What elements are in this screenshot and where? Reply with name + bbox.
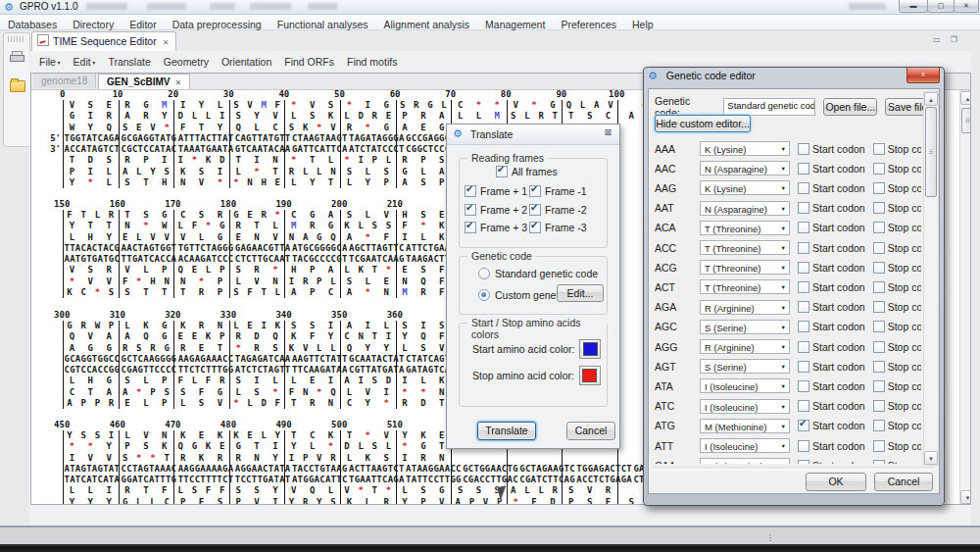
editor-scrollbar[interactable]: ▲ ▼ [959, 90, 971, 505]
translate-dialog-titlebar[interactable]: ⚙ Translate ⊠ [447, 125, 619, 145]
open-file-button[interactable]: Open file... [823, 98, 877, 116]
start-codon-checkbox[interactable]: Start codon [798, 262, 865, 274]
scroll-down-icon[interactable]: ▼ [924, 451, 938, 465]
editor-menu-find-motifs[interactable]: Find motifs [343, 55, 406, 70]
ok-button[interactable]: OK [806, 473, 866, 491]
amino-acid-dropdown[interactable]: T (Threonine) [700, 279, 790, 294]
start-codon-checkbox[interactable]: Start codon [798, 163, 865, 175]
folder-icon[interactable] [10, 80, 25, 92]
stop-color-swatch[interactable] [579, 366, 601, 385]
amino-acid-dropdown[interactable]: N (Asparagine) [700, 201, 790, 216]
amino-acid-dropdown[interactable]: I (Isoleucine) [700, 378, 790, 393]
stop-codon-checkbox[interactable]: Stop codon [873, 262, 921, 274]
editor-menu-geometry[interactable]: Geometry [160, 55, 218, 70]
stop-codon-checkbox[interactable]: Stop codon [873, 143, 921, 155]
dialog-close-button[interactable]: x [906, 68, 940, 83]
stop-codon-checkbox[interactable]: Stop codon [873, 321, 921, 332]
stop-codon-checkbox[interactable]: Stop codon [873, 361, 921, 373]
dialog-close-icon[interactable]: ⊠ [604, 127, 612, 137]
menubar-item-help[interactable]: Help [624, 18, 662, 32]
menubar-item-data-preprocessing[interactable]: Data preprocessing [165, 18, 270, 32]
genetic-code-input[interactable]: Standard genetic code [723, 98, 815, 116]
amino-acid-dropdown[interactable]: M (Methionine) [700, 419, 790, 433]
menubar-item-management[interactable]: Management [477, 18, 553, 32]
maximize-button[interactable]: ▢ [927, 0, 955, 13]
start-codon-checkbox[interactable]: Start codon [798, 460, 865, 464]
frame-checkbox-frame-2[interactable]: Frame -2 [529, 201, 594, 218]
scroll-up-icon[interactable]: ▲ [924, 92, 938, 106]
stop-codon-checkbox[interactable]: Stop codon [873, 440, 921, 452]
scroll-up-icon[interactable]: ▲ [960, 91, 971, 105]
start-codon-checkbox[interactable]: Start codon [798, 440, 865, 452]
start-codon-checkbox[interactable]: Start codon [798, 341, 865, 353]
start-codon-checkbox[interactable]: Start codon [798, 380, 865, 392]
stop-codon-checkbox[interactable]: Stop codon [873, 182, 921, 194]
frame-checkbox-frame-3[interactable]: Frame + 3 [465, 220, 529, 236]
stop-codon-checkbox[interactable]: Stop codon [873, 380, 921, 392]
amino-acid-dropdown[interactable]: T (Threonine) [700, 240, 790, 255]
toolbar-drag-handle[interactable] [8, 36, 24, 42]
tab-time-sequence-editor[interactable]: TIME Sequence Editor✕ [31, 31, 176, 51]
start-codon-checkbox[interactable]: Start codon [798, 420, 865, 431]
start-codon-checkbox[interactable]: Start codon [798, 361, 865, 373]
stop-codon-checkbox[interactable]: Stop codon [873, 420, 921, 431]
amino-acid-dropdown[interactable]: S (Serine) [700, 320, 790, 334]
close-button[interactable]: ✕ [954, 0, 979, 13]
amino-acid-dropdown[interactable]: R (Arginine) [700, 339, 790, 354]
amino-acid-dropdown[interactable]: S (Serine) [700, 359, 790, 374]
stop-codon-checkbox[interactable]: Stop codon [873, 301, 921, 313]
edit-genetic-code-button[interactable]: Edit... [557, 284, 604, 302]
start-codon-checkbox[interactable]: Start codon [798, 301, 865, 313]
printer-icon[interactable] [10, 51, 23, 61]
start-codon-checkbox[interactable]: Start codon [798, 182, 865, 194]
stop-codon-checkbox[interactable]: Stop codon [873, 242, 921, 254]
tab-genome18[interactable]: genome18 [33, 74, 96, 88]
menubar-item-alignment-analysis[interactable]: Alignment analysis [376, 18, 478, 32]
menubar-item-directory[interactable]: Directory [65, 18, 122, 32]
start-codon-checkbox[interactable]: Start codon [798, 400, 865, 412]
amino-acid-dropdown[interactable]: T (Threonine) [700, 221, 790, 235]
stop-codon-checkbox[interactable]: Stop codon [873, 202, 921, 214]
tab-close-icon[interactable]: ✕ [163, 38, 170, 47]
tab-close-icon[interactable]: ✕ [174, 78, 181, 87]
stop-codon-checkbox[interactable]: Stop codon [873, 341, 921, 353]
amino-acid-dropdown[interactable]: K (Lysine) [700, 180, 790, 195]
tab-gen-scbimv[interactable]: GEN_ScBIMV✕ [98, 74, 190, 89]
frame-checkbox-frame-2[interactable]: Frame + 2 [465, 201, 529, 218]
scroll-down-icon[interactable]: ▼ [960, 490, 971, 504]
amino-acid-dropdown[interactable]: R (Arginine) [700, 300, 790, 315]
start-codon-checkbox[interactable]: Start codon [798, 202, 865, 214]
start-codon-checkbox[interactable]: Start codon [798, 222, 865, 233]
editor-menu-edit[interactable]: Edit ▾ [70, 55, 105, 72]
translate-button[interactable]: Translate [477, 422, 536, 440]
start-color-swatch[interactable] [579, 339, 601, 359]
scrollbar-thumb[interactable] [961, 108, 971, 133]
stop-codon-checkbox[interactable]: Stop codon [873, 400, 921, 412]
editor-menu-orientation[interactable]: Orientation [218, 55, 280, 70]
translate-cancel-button[interactable]: Cancel [566, 422, 615, 440]
editor-menu-translate[interactable]: Translate [104, 55, 159, 70]
amino-acid-dropdown[interactable]: K (Lysine) [700, 141, 790, 156]
editor-menu-find-orfs[interactable]: Find ORFs [280, 55, 343, 70]
frame-checkbox-frame-1[interactable]: Frame + 1 [465, 183, 529, 200]
scrollbar-thumb[interactable] [925, 107, 937, 197]
amino-acid-dropdown[interactable]: Q (Glutamine) [700, 458, 790, 464]
menubar-item-functional-analyses[interactable]: Functional analyses [270, 18, 376, 32]
frame-checkbox-frame-1[interactable]: Frame -1 [529, 183, 594, 200]
amino-acid-dropdown[interactable]: T (Threonine) [700, 260, 790, 275]
stop-codon-checkbox[interactable]: Stop codon [873, 163, 921, 175]
amino-acid-dropdown[interactable]: I (Isoleucine) [700, 438, 790, 453]
stop-codon-checkbox[interactable]: Stop codon [873, 222, 921, 233]
start-codon-checkbox[interactable]: Start codon [798, 242, 865, 254]
hide-custom-editor-button[interactable]: Hide custom editor... [655, 115, 751, 132]
start-codon-checkbox[interactable]: Start codon [798, 281, 865, 293]
stop-codon-checkbox[interactable]: Stop codon [873, 460, 921, 464]
menubar-item-editor[interactable]: Editor [122, 18, 164, 32]
menubar-item-databases[interactable]: Databases [0, 18, 65, 32]
genetic-dialog-titlebar[interactable]: ⚙ Genetic code editor [648, 70, 756, 87]
amino-acid-dropdown[interactable]: I (Isoleucine) [700, 399, 790, 414]
editor-menu-file[interactable]: File ▾ [35, 55, 70, 72]
frame-checkbox-frame-3[interactable]: Frame -3 [529, 220, 594, 236]
start-codon-checkbox[interactable]: Start codon [798, 143, 865, 155]
minimize-button[interactable]: ▬ [899, 0, 928, 13]
